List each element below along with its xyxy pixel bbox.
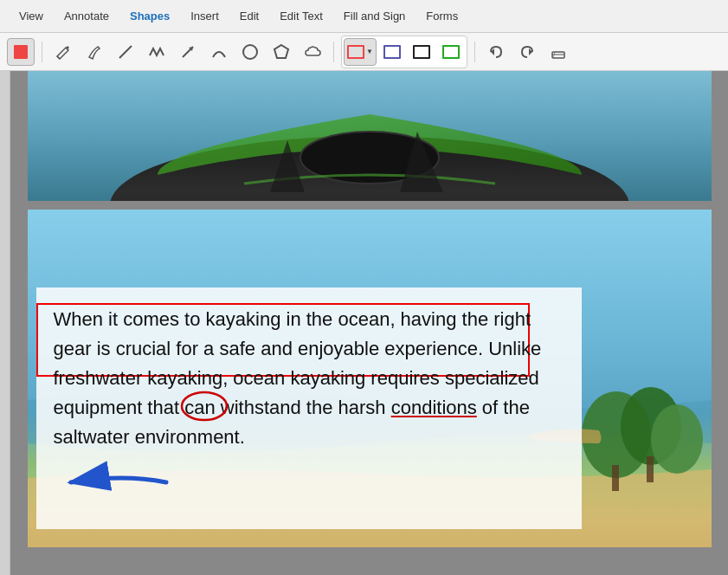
black-rect-icon [413,45,430,59]
underlined-word: conditions [391,397,477,418]
select-rect-tool[interactable] [7,38,35,66]
menu-edit-text[interactable]: Edit Text [269,3,333,29]
svg-rect-18 [647,456,654,482]
page-divider [10,201,728,210]
svg-line-2 [119,46,132,58]
svg-rect-17 [612,465,619,491]
polygon-tool[interactable] [267,38,295,66]
ellipse-tool[interactable] [236,38,264,66]
separator-2 [333,42,334,62]
arrow-tool[interactable] [174,38,202,66]
undo-button[interactable] [482,38,510,66]
text-part-3: withstand the harsh [216,397,391,418]
svg-point-16 [651,404,703,474]
eraser-button[interactable] [544,38,572,66]
svg-point-5 [243,45,257,59]
red-rect-btn[interactable]: ▼ [344,38,377,66]
pdf-area[interactable]: When it comes to kayaking in the ocean, … [10,71,728,575]
menu-bar: View Annotate Shapes Insert Edit Edit Te… [0,0,728,33]
menu-forms[interactable]: Forms [416,3,468,29]
polyline-tool[interactable] [143,38,171,66]
kayak-image [28,71,712,201]
text-content: When it comes to kayaking in the ocean, … [54,305,564,452]
menu-fill-sign[interactable]: Fill and Sign [333,3,416,29]
arc-tool[interactable] [205,38,233,66]
separator-1 [42,42,42,62]
shape-style-group: ▼ [341,36,467,68]
menu-annotate[interactable]: Annotate [54,3,119,29]
toolbar: ▼ [0,33,728,71]
svg-marker-6 [274,45,288,58]
menu-edit[interactable]: Edit [229,3,269,29]
pdf-page-1 [28,71,712,201]
cloud-tool[interactable] [299,38,326,66]
redo-button[interactable] [513,38,541,66]
arrow-annotation [54,461,564,512]
green-rect-btn[interactable] [437,38,465,66]
pdf-page-2: When it comes to kayaking in the ocean, … [28,210,712,547]
main-content: When it comes to kayaking in the ocean, … [0,71,728,575]
svg-line-1 [57,56,60,59]
circled-word-container: can [184,393,215,423]
left-panel [0,71,10,575]
menu-insert[interactable]: Insert [180,3,229,29]
pencil-tool[interactable] [49,38,77,66]
pen-tool[interactable] [81,38,108,66]
green-rect-icon [442,45,460,59]
menu-shapes[interactable]: Shapes [119,3,180,29]
text-overlay: When it comes to kayaking in the ocean, … [36,288,582,529]
line-tool[interactable] [112,38,139,66]
svg-rect-0 [14,45,28,59]
blue-rect-icon [383,45,401,59]
blue-rect-btn[interactable] [378,38,406,66]
menu-view[interactable]: View [9,3,54,29]
black-rect-btn[interactable] [408,38,435,66]
red-rect-icon [347,45,364,59]
separator-3 [474,42,475,62]
circled-word: can [184,397,215,418]
red-rect-dropdown-icon: ▼ [366,48,373,55]
